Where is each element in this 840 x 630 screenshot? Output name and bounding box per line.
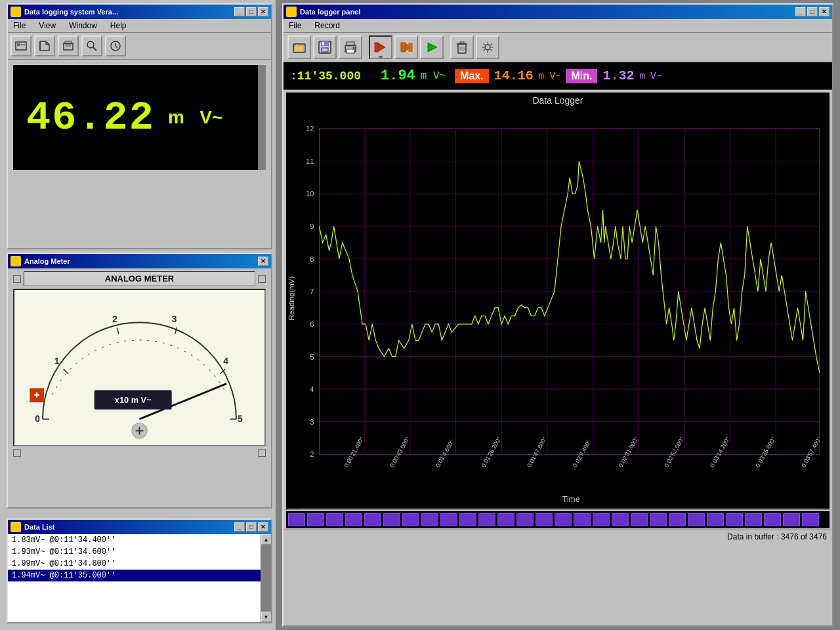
dls-toolbar-btn-4[interactable] (81, 35, 102, 56)
dls-toolbar-btn-5[interactable] (105, 35, 126, 56)
progress-segment (707, 513, 724, 526)
svg-rect-39 (321, 41, 329, 46)
record-start-button[interactable] (369, 35, 392, 59)
record-stop-button[interactable] (394, 35, 418, 59)
svg-text:12: 12 (306, 125, 314, 133)
print-button[interactable] (339, 35, 362, 59)
analog-resize-br[interactable] (258, 449, 266, 457)
status-max-unit: m V~ (539, 71, 561, 81)
progress-segment (326, 513, 343, 526)
svg-text:2: 2 (112, 314, 117, 324)
status-value: 1.94 (375, 68, 421, 84)
svg-text:10: 10 (306, 190, 314, 198)
dls-toolbar-btn-3[interactable] (58, 35, 79, 56)
list-item[interactable]: 1.93mV~ @0:11'34.600'' (8, 546, 261, 558)
svg-text:4: 4 (223, 356, 228, 366)
svg-rect-55 (460, 42, 464, 44)
progress-bar (286, 511, 830, 528)
scroll-down-arrow[interactable]: ▼ (261, 612, 272, 622)
analog-meter-window: ⚡ Analog Meter ✕ ANALOG METER (7, 253, 272, 509)
svg-line-14 (116, 46, 117, 48)
dlp-maximize-button[interactable]: □ (807, 7, 818, 16)
dls-maximize-button[interactable]: □ (246, 7, 257, 16)
progress-segment (478, 513, 495, 526)
datalist-title-icon: ⚡ (10, 522, 21, 532)
progress-segment (440, 513, 457, 526)
data-list-window: ⚡ Data List _ □ ✕ 1.83mV~ @0:11'34.400''… (7, 518, 272, 623)
datalist-maximize-button[interactable]: □ (246, 522, 257, 532)
dls-menu-view[interactable]: View (36, 20, 58, 31)
play-button[interactable] (420, 35, 444, 59)
list-item[interactable]: 1.83mV~ @0:11'34.400'' (8, 534, 261, 546)
dlp-menu-file[interactable]: File (286, 20, 304, 31)
svg-text:Time: Time (562, 495, 580, 504)
chart-container: Data Logger 2 3 (286, 93, 830, 493)
dls-close-button[interactable]: ✕ (258, 7, 268, 16)
datalist-title-text: Data List (24, 523, 234, 531)
scroll-track[interactable] (261, 545, 271, 612)
list-item[interactable]: 1.94mV~ @0:11'35.000'' (8, 570, 261, 581)
save-button[interactable] (313, 35, 337, 59)
svg-point-45 (353, 47, 355, 49)
progress-segment (421, 513, 438, 526)
dlp-minimize-button[interactable]: _ (795, 7, 806, 16)
datalist-close-button[interactable]: ✕ (258, 522, 268, 532)
svg-rect-49 (401, 43, 405, 52)
analog-body: ANALOG METER 0 (8, 268, 271, 459)
right-panel: ⚡ Data logger panel _ □ ✕ File Record (282, 3, 833, 627)
svg-text:5: 5 (238, 414, 243, 424)
dls-unit: m V~ (168, 107, 222, 128)
list-item[interactable]: 1.99mV~ @0:11'34.800'' (8, 558, 261, 570)
dlp-bottom-status: Data in buffer : 3476 of 3476 (284, 530, 832, 543)
progress-segment (402, 513, 419, 526)
dlp-win-controls: _ □ ✕ (795, 7, 830, 16)
dlp-titlebar: ⚡ Data logger panel _ □ ✕ (284, 5, 832, 19)
svg-text:8: 8 (310, 255, 314, 263)
chart-title: Data Logger (286, 93, 830, 108)
progress-segment (726, 513, 743, 526)
dls-menu-window[interactable]: Window (66, 20, 100, 31)
dls-toolbar-btn-1[interactable] (10, 35, 32, 56)
progress-segment (783, 513, 800, 526)
dls-win-controls: _ □ ✕ (234, 7, 268, 16)
analog-close-button[interactable]: ✕ (258, 257, 268, 266)
status-max-value: 14.16 (489, 68, 539, 83)
progress-segment (669, 513, 686, 526)
dls-title-icon: ⚡ (10, 7, 21, 17)
analog-resize-tr[interactable] (258, 275, 266, 283)
dls-minimize-button[interactable]: _ (234, 7, 245, 16)
svg-rect-37 (295, 45, 304, 51)
dls-toolbar (8, 33, 271, 60)
dls-menu-help[interactable]: Help (108, 20, 129, 31)
scroll-up-arrow[interactable]: ▲ (261, 534, 272, 545)
progress-segment (536, 513, 553, 526)
dls-menubar: File View Window Help (8, 19, 271, 33)
svg-point-59 (485, 45, 490, 50)
svg-text:0: 0 (35, 414, 40, 424)
analog-resize-bl[interactable] (13, 449, 21, 457)
delete-button[interactable] (450, 35, 474, 59)
dlp-menubar: File Record (284, 19, 832, 33)
progress-segment (593, 513, 610, 526)
analog-resize-tl[interactable] (13, 275, 21, 283)
datalist-content: 1.83mV~ @0:11'34.400'' 1.93mV~ @0:11'34.… (8, 534, 261, 622)
progress-segment (364, 513, 381, 526)
svg-text:x10  m V~: x10 m V~ (115, 395, 152, 405)
analog-meter-face: 0 1 2 3 4 (13, 289, 266, 446)
dls-display: 46.22 m V~ (13, 65, 266, 170)
datalist-scrollbar[interactable]: ▲ ▼ (261, 534, 271, 622)
progress-segment (555, 513, 572, 526)
dlp-close-button[interactable]: ✕ (819, 7, 830, 16)
datalist-minimize-button[interactable]: _ (234, 522, 245, 532)
dls-menu-file[interactable]: File (10, 20, 28, 31)
dlp-menu-record[interactable]: Record (312, 20, 343, 31)
svg-rect-1 (17, 43, 20, 46)
dls-vscrollbar[interactable] (258, 65, 266, 170)
status-min-label: Min. (566, 69, 597, 83)
open-button[interactable] (287, 35, 311, 59)
progress-segment (307, 513, 324, 526)
svg-rect-44 (346, 49, 354, 53)
dls-toolbar-btn-2[interactable] (34, 35, 55, 56)
svg-text:2: 2 (310, 450, 314, 458)
settings-button[interactable] (476, 35, 499, 59)
